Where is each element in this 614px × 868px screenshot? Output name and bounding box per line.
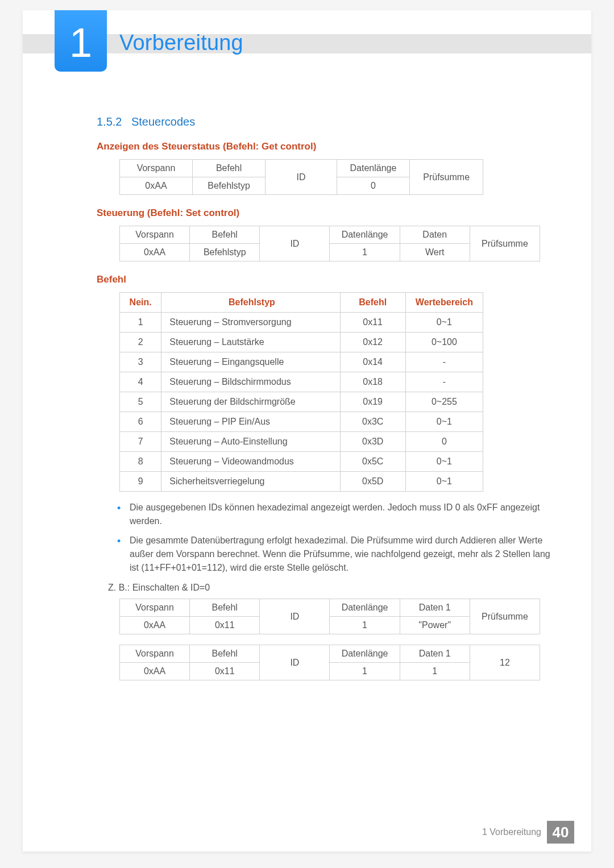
table-row: Vorspann Befehl ID Datenlänge Daten 1 12 — [120, 645, 540, 663]
cell: 0x11 — [190, 663, 260, 680]
cell: 9 — [120, 472, 161, 492]
table-row: 3Steuerung – Eingangsquelle0x14- — [120, 352, 483, 372]
cell: ID — [260, 226, 330, 261]
cell: Daten 1 — [400, 645, 470, 663]
cell: 1 — [330, 663, 400, 680]
cell: Steuerung – Eingangsquelle — [161, 352, 340, 372]
cell: 1 — [330, 244, 400, 261]
cell: 0xAA — [120, 177, 193, 195]
cell: "Power" — [400, 617, 470, 634]
section-title: Steuercodes — [131, 115, 195, 128]
cell: Vorspann — [120, 645, 190, 663]
cell: 0x11 — [190, 617, 260, 634]
cell: Vorspann — [120, 226, 190, 244]
set-control-table: Vorspann Befehl ID Datenlänge Daten Prüf… — [119, 226, 540, 261]
cell: Steuerung – Lautstärke — [161, 333, 340, 352]
table-row: 1Steuerung – Stromversorgung0x110~1 — [120, 313, 483, 333]
cell: Befehlstyp — [190, 244, 260, 261]
cell: 0xAA — [120, 663, 190, 680]
chapter-badge: 1 — [55, 10, 107, 72]
cell: 2 — [120, 333, 161, 352]
col-header: Nein. — [120, 293, 161, 313]
cell: 0~255 — [405, 392, 483, 412]
cell: 0xAA — [120, 244, 190, 261]
subheading-get: Anzeigen des Steuerstatus (Befehl: Get c… — [97, 141, 551, 152]
cell: Befehl — [192, 160, 265, 177]
cell: 0xAA — [120, 617, 190, 634]
chapter-number: 1 — [69, 19, 92, 66]
section-heading: 1.5.2 Steuercodes — [97, 115, 551, 128]
cell: Datenlänge — [330, 226, 400, 244]
command-table: Nein. Befehlstyp Befehl Wertebereich 1St… — [119, 292, 483, 492]
cell: Steuerung – Auto-Einstellung — [161, 432, 340, 452]
example-label: Z. B.: Einschalten & ID=0 — [108, 583, 551, 593]
cell: Befehl — [190, 599, 260, 617]
cell: Datenlänge — [330, 645, 400, 663]
cell: Steuerung – Bildschirmmodus — [161, 372, 340, 392]
cell: 0 — [405, 432, 483, 452]
cell: - — [405, 352, 483, 372]
cell: Vorspann — [120, 599, 190, 617]
table-row: Vorspann Befehl ID Datenlänge Daten Prüf… — [120, 226, 540, 244]
list-item: Die ausgegebenen IDs können hexadezimal … — [114, 501, 551, 528]
table-row: 2Steuerung – Lautstärke0x120~100 — [120, 333, 483, 352]
cell: 1 — [330, 617, 400, 634]
table-row: 7Steuerung – Auto-Einstellung0x3D0 — [120, 432, 483, 452]
header-stripe — [23, 34, 591, 53]
cell: Wert — [400, 244, 470, 261]
cell: Steuerung – Stromversorgung — [161, 313, 340, 333]
subheading-set: Steuerung (Befehl: Set control) — [97, 207, 551, 219]
example-table-2: Vorspann Befehl ID Datenlänge Daten 1 12… — [119, 645, 540, 680]
cell: 0x11 — [340, 313, 405, 333]
cell: 0~1 — [405, 472, 483, 492]
page-number: 40 — [547, 821, 574, 844]
cell: 3 — [120, 352, 161, 372]
table-row: Vorspann Befehl ID Datenlänge Prüfsumme — [120, 160, 483, 177]
table-row: 8Steuerung – Videowandmodus0x5C0~1 — [120, 452, 483, 472]
table-row: 6Steuerung – PIP Ein/Aus0x3C0~1 — [120, 412, 483, 432]
cell: 4 — [120, 372, 161, 392]
cell: Datenlänge — [330, 599, 400, 617]
table-row: Vorspann Befehl ID Datenlänge Daten 1 Pr… — [120, 599, 540, 617]
cell: Daten 1 — [400, 599, 470, 617]
cell: ID — [260, 599, 330, 634]
cell: 7 — [120, 432, 161, 452]
cell: 1 — [400, 663, 470, 680]
get-control-table: Vorspann Befehl ID Datenlänge Prüfsumme … — [119, 159, 483, 195]
cell: 0~1 — [405, 412, 483, 432]
cell: 6 — [120, 412, 161, 432]
footer: 1 Vorbereitung 40 — [482, 821, 574, 844]
subheading-befehl: Befehl — [97, 274, 551, 285]
cell: Steuerung der Bildschirmgröße — [161, 392, 340, 412]
list-item: Die gesammte Datenübertragung erfolgt he… — [114, 534, 551, 575]
cell: 0x19 — [340, 392, 405, 412]
cell: Steuerung – PIP Ein/Aus — [161, 412, 340, 432]
cell: 0 — [337, 177, 410, 195]
cell: Sicherheitsverriegelung — [161, 472, 340, 492]
notes-list: Die ausgegebenen IDs können hexadezimal … — [114, 501, 551, 575]
cell: Datenlänge — [337, 160, 410, 177]
cell: 0x3D — [340, 432, 405, 452]
col-header: Wertebereich — [405, 293, 483, 313]
cell: 0~1 — [405, 313, 483, 333]
cell: Prüfsumme — [470, 226, 540, 261]
cell: 12 — [470, 645, 540, 680]
example-table-1: Vorspann Befehl ID Datenlänge Daten 1 Pr… — [119, 599, 540, 634]
page: 1 Vorbereitung 1.5.2 Steuercodes Anzeige… — [23, 10, 591, 852]
col-header: Befehlstyp — [161, 293, 340, 313]
table-row: 5Steuerung der Bildschirmgröße0x190~255 — [120, 392, 483, 412]
cell: 5 — [120, 392, 161, 412]
cell: 0x12 — [340, 333, 405, 352]
footer-text: 1 Vorbereitung — [482, 827, 541, 837]
cell: - — [405, 372, 483, 392]
section-number: 1.5.2 — [97, 115, 122, 128]
chapter-title: Vorbereitung — [119, 31, 243, 55]
table-row: 9Sicherheitsverriegelung0x5D0~1 — [120, 472, 483, 492]
cell: Prüfsumme — [410, 160, 483, 195]
cell: Vorspann — [120, 160, 193, 177]
col-header: Befehl — [340, 293, 405, 313]
cell: ID — [265, 160, 337, 195]
table-header-row: Nein. Befehlstyp Befehl Wertebereich — [120, 293, 483, 313]
cell: 0x5D — [340, 472, 405, 492]
cell: 0~1 — [405, 452, 483, 472]
